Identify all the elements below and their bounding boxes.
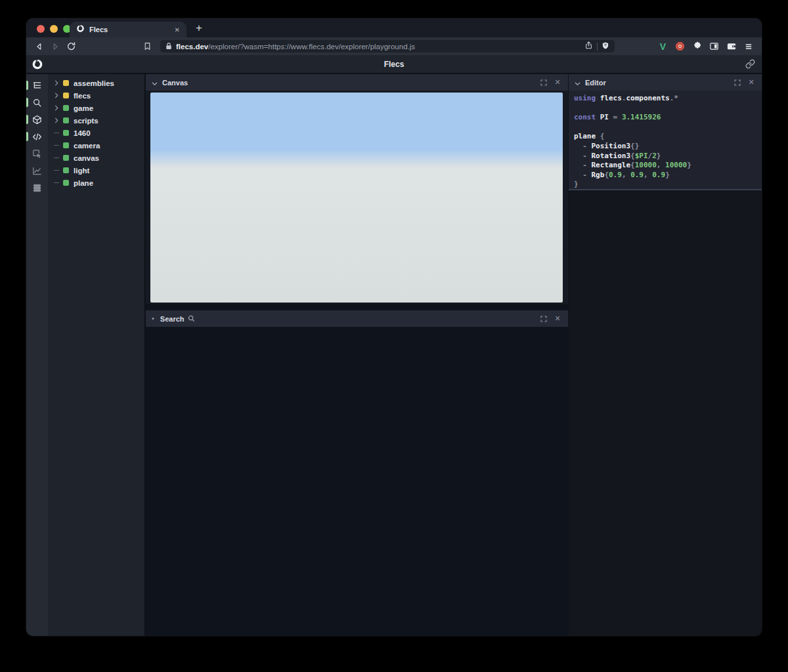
- divider: [597, 43, 598, 51]
- sidebar-item-code[interactable]: [26, 128, 48, 145]
- sidebar-item-chart[interactable]: [26, 162, 48, 179]
- close-icon[interactable]: ✕: [553, 314, 562, 324]
- entity-label: 1460: [74, 129, 91, 137]
- menu-icon[interactable]: [743, 41, 754, 52]
- expand-icon[interactable]: [539, 78, 548, 87]
- app-content: assembliesflecsgamescripts1460cameracanv…: [26, 74, 762, 636]
- code-editor[interactable]: using flecs.components.* const PI = 3.14…: [569, 91, 762, 190]
- close-icon[interactable]: ✕: [747, 78, 756, 87]
- wallet-icon[interactable]: [726, 41, 737, 52]
- entity-label: plane: [74, 179, 93, 187]
- share-icon[interactable]: [584, 41, 593, 52]
- entity-label: camera: [74, 142, 100, 150]
- adblock-icon[interactable]: [674, 41, 686, 52]
- entity-color-square: [63, 155, 69, 161]
- address-bar[interactable]: flecs.dev/explorer/?wasm=https://www.fle…: [160, 40, 615, 52]
- tab-title: Flecs: [89, 26, 170, 33]
- tree-row-scripts[interactable]: scripts: [48, 114, 144, 127]
- canvas-panel-header: Canvas ✕: [146, 74, 568, 91]
- navigation-bar: flecs.dev/explorer/?wasm=https://www.fle…: [26, 37, 762, 55]
- browser-tab[interactable]: Flecs ✕: [70, 22, 186, 37]
- window-controls: [37, 25, 71, 33]
- chevron-right-icon[interactable]: [54, 117, 59, 123]
- entity-label: game: [74, 104, 93, 112]
- expand-icon[interactable]: [733, 78, 742, 87]
- entity-color-square: [63, 142, 69, 148]
- tab-close-icon[interactable]: ✕: [175, 26, 180, 33]
- sidebar-item-inspect[interactable]: [26, 145, 48, 162]
- chevron-right-icon[interactable]: [54, 105, 59, 111]
- leaf-dash-icon: [54, 158, 59, 158]
- close-window-button[interactable]: [37, 25, 45, 33]
- url-text: flecs.dev/explorer/?wasm=https://www.fle…: [176, 43, 580, 51]
- extensions-puzzle-icon[interactable]: [691, 41, 703, 52]
- search-panel: • Search ✕: [146, 310, 568, 327]
- entity-color-square: [63, 180, 69, 186]
- editor-panel-header: Editor ✕: [569, 74, 762, 91]
- code-line: - Rgb{0.9, 0.9, 0.9}: [574, 171, 762, 180]
- canvas-viewport[interactable]: [150, 93, 563, 303]
- tab-bar: Flecs ✕ +: [26, 18, 762, 37]
- bullet-icon: •: [152, 315, 154, 322]
- code-line: plane {: [574, 132, 762, 142]
- leaf-dash-icon: [54, 145, 59, 146]
- sidebar-item-tree[interactable]: [26, 77, 48, 94]
- code-line: [574, 104, 762, 114]
- tree-row-plane[interactable]: plane: [48, 177, 144, 189]
- browser-window: Flecs ✕ + flecs.dev/explorer/?wasm=https…: [26, 18, 762, 636]
- flecs-favicon: [76, 24, 85, 35]
- code-line: const PI = 3.1415926: [574, 113, 762, 123]
- code-line: [574, 123, 762, 133]
- back-button[interactable]: [32, 40, 47, 53]
- new-tab-button[interactable]: +: [190, 20, 208, 36]
- panel-title: Canvas: [162, 79, 188, 87]
- sidebar-item-search[interactable]: [26, 94, 48, 111]
- chevron-down-icon[interactable]: [152, 77, 158, 89]
- entity-color-square: [63, 130, 69, 136]
- code-line: using flecs.components.*: [574, 94, 762, 104]
- panel-title[interactable]: Search: [160, 315, 185, 323]
- entity-color-square: [63, 93, 69, 98]
- vue-devtools-icon[interactable]: V: [657, 41, 668, 52]
- page-title: Flecs: [26, 55, 762, 74]
- expand-icon[interactable]: [539, 314, 548, 324]
- leaf-dash-icon: [54, 170, 59, 171]
- chevron-right-icon[interactable]: [54, 80, 59, 86]
- sidebar-item-rows[interactable]: [26, 179, 48, 196]
- tree-row-assemblies[interactable]: assemblies: [48, 77, 144, 89]
- code-line: }: [574, 180, 762, 190]
- leaf-dash-icon: [54, 182, 59, 183]
- code-line: - Rotation3{$PI/2}: [574, 152, 762, 161]
- sidebar-item-cube[interactable]: [26, 111, 48, 128]
- tree-row-flecs[interactable]: flecs: [48, 89, 144, 102]
- brave-shield-icon[interactable]: [602, 41, 609, 52]
- reload-button[interactable]: [63, 40, 79, 53]
- tree-row-1460[interactable]: 1460: [48, 127, 144, 139]
- entity-label: flecs: [74, 92, 91, 100]
- sidebar-toggle-icon[interactable]: [709, 41, 720, 52]
- entity-color-square: [63, 117, 69, 123]
- canvas-panel: Canvas ✕: [146, 74, 568, 304]
- browser-toolbar-icons: V: [657, 37, 754, 55]
- tree-row-canvas[interactable]: canvas: [48, 152, 144, 164]
- entity-label: assemblies: [74, 79, 114, 87]
- chevron-right-icon[interactable]: [54, 93, 59, 98]
- chevron-down-icon[interactable]: [575, 77, 580, 89]
- share-link-icon[interactable]: [745, 59, 755, 72]
- forward-button[interactable]: [47, 40, 63, 53]
- tree-row-game[interactable]: game: [48, 102, 144, 114]
- tree-row-light[interactable]: light: [48, 164, 144, 177]
- leaf-dash-icon: [54, 133, 59, 133]
- minimize-window-button[interactable]: [50, 25, 58, 33]
- code-line: - Rectangle{10000, 10000}: [574, 161, 762, 171]
- main-column: Canvas ✕ • Search: [145, 74, 569, 636]
- panel-title: Editor: [585, 79, 606, 87]
- bookmark-icon[interactable]: [139, 40, 155, 53]
- entity-label: light: [74, 167, 89, 175]
- url-path: /explorer/?wasm=https://www.flecs.dev/ex…: [208, 43, 415, 51]
- app-header: Flecs: [26, 55, 762, 74]
- close-icon[interactable]: ✕: [553, 78, 562, 87]
- lock-icon: [165, 41, 172, 52]
- tree-row-camera[interactable]: camera: [48, 139, 144, 152]
- code-line: - Position3{}: [574, 142, 762, 152]
